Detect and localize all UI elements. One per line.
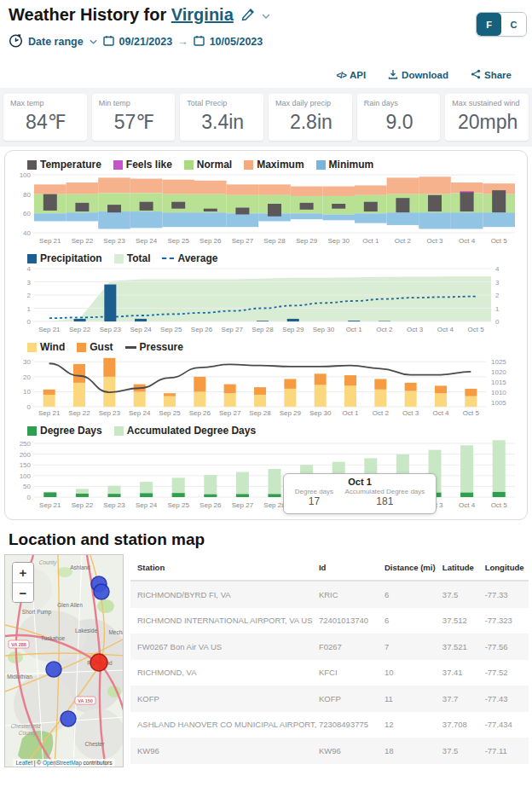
- station-map[interactable]: VA 288 VA 150CountyAshlandGlen AllenShor…: [4, 554, 124, 767]
- legend-item[interactable]: Minimum: [316, 159, 374, 171]
- table-cell: RICHMOND, VA: [137, 668, 319, 677]
- legend-item[interactable]: Total: [114, 252, 151, 264]
- svg-text:0: 0: [27, 494, 32, 501]
- location-section-title: Location and station map: [0, 524, 532, 554]
- svg-text:20: 20: [23, 373, 31, 381]
- table-cell: -77.323: [485, 616, 523, 625]
- table-cell: 12: [385, 720, 442, 729]
- leaflet-link[interactable]: Leaflet: [15, 760, 32, 766]
- legend-item[interactable]: Normal: [184, 159, 232, 171]
- table-row[interactable]: KOFPKOFP1137.7-77.43: [130, 686, 529, 712]
- chart-tooltip: Oct 1 Degree days 17 Accumulated Degree …: [283, 473, 437, 514]
- svg-text:Oct 1: Oct 1: [362, 237, 379, 245]
- start-date-value[interactable]: 09/21/2023: [119, 36, 173, 48]
- table-row[interactable]: ASHLAND HANOVER CO MUNICIPAL AIRPORT, VA…: [130, 712, 529, 738]
- fahrenheit-toggle-button[interactable]: F: [477, 13, 501, 36]
- location-chevron-down-icon[interactable]: [261, 8, 271, 23]
- svg-text:Sep 22: Sep 22: [72, 237, 94, 245]
- celsius-toggle-button[interactable]: C: [501, 13, 526, 36]
- map-place-label: Glen Allen: [57, 602, 83, 608]
- openstreetmap-link[interactable]: OpenStreetMap: [43, 760, 82, 766]
- table-cell: 37.512: [442, 616, 485, 625]
- stat-value: 2.8in: [275, 111, 347, 134]
- station-marker[interactable]: [61, 711, 76, 726]
- svg-text:VA 288: VA 288: [11, 642, 26, 647]
- precipitation-plot[interactable]: 0011223344 Sep 21Sep 22Sep 23Sep 24Sep 2…: [12, 265, 520, 335]
- legend-item[interactable]: Wind: [27, 341, 65, 353]
- svg-text:0: 0: [495, 318, 500, 326]
- svg-text:Sep 21: Sep 21: [38, 326, 61, 333]
- legend-swatch-icon: [184, 160, 194, 170]
- location-link[interactable]: Virginia: [171, 5, 234, 24]
- table-cell: FW0267 Bon Air VA US: [137, 642, 319, 651]
- date-range-label[interactable]: Date range: [28, 36, 84, 48]
- station-marker[interactable]: [90, 654, 107, 671]
- column-header[interactable]: Longitude: [485, 563, 524, 572]
- table-row[interactable]: RICHMOND, VAKFCI1037.41-77.52: [130, 660, 529, 686]
- svg-text:Oct 5: Oct 5: [491, 501, 508, 509]
- wind-plot[interactable]: 010203010051010101510201025 Sep 21Sep 22…: [12, 354, 520, 419]
- api-button[interactable]: </> API: [336, 69, 366, 81]
- legend-item[interactable]: Feels like: [113, 159, 172, 171]
- legend-item[interactable]: Temperature: [27, 159, 101, 171]
- share-button[interactable]: Share: [471, 69, 512, 81]
- map-place-label: Chester: [85, 741, 106, 747]
- map-zoom-in-button[interactable]: +: [13, 563, 33, 582]
- table-cell: KRIC: [319, 590, 385, 599]
- svg-text:100: 100: [20, 171, 32, 179]
- column-header[interactable]: Station: [137, 563, 319, 572]
- legend-item[interactable]: Maximum: [244, 159, 304, 171]
- map-zoom-out-button[interactable]: −: [13, 582, 33, 602]
- date-range-chevron-icon[interactable]: [89, 36, 98, 48]
- tooltip-title: Oct 1: [289, 477, 431, 487]
- svg-text:30: 30: [23, 358, 31, 366]
- table-row[interactable]: RICHMOND/BYRD FI, VAKRIC637.5-77.33: [130, 582, 529, 608]
- stat-label: Max sustained wind: [452, 99, 523, 107]
- temperature-plot[interactable]: 406080100Sep 21Sep 22Sep 23Sep 24Sep 25S…: [12, 171, 520, 246]
- legend-item[interactable]: Pressure: [125, 341, 183, 353]
- svg-text:Sep 23: Sep 23: [103, 501, 125, 509]
- precipitation-chart[interactable]: PrecipitationTotalAverage 0011223344 Sep…: [12, 250, 520, 339]
- legend-item[interactable]: Degree Days: [27, 425, 102, 437]
- svg-text:Sep 21: Sep 21: [38, 409, 61, 417]
- legend-item[interactable]: Precipitation: [27, 252, 102, 264]
- legend-swatch-icon: [244, 160, 253, 170]
- svg-text:Sep 25: Sep 25: [168, 501, 190, 509]
- edit-location-icon[interactable]: [240, 6, 256, 25]
- download-button[interactable]: Download: [388, 69, 448, 81]
- legend-item[interactable]: Gust: [77, 341, 113, 353]
- column-header[interactable]: Distance (mi): [385, 563, 442, 572]
- station-marker[interactable]: [94, 584, 109, 599]
- table-row[interactable]: FW0267 Bon Air VA USF0267737.521-77.56: [130, 634, 529, 660]
- table-cell: 6: [385, 590, 442, 599]
- legend-item[interactable]: Accumulated Degree Days: [114, 425, 256, 437]
- svg-text:Sep 23: Sep 23: [99, 409, 121, 417]
- legend-item[interactable]: Average: [162, 252, 217, 264]
- station-marker[interactable]: [46, 662, 61, 677]
- degree-days-chart[interactable]: Degree DaysAccumulated Degree Days050100…: [12, 422, 520, 516]
- map-attribution: Leaflet | © OpenStreetMap contributors: [13, 759, 114, 767]
- legend-swatch-icon: [162, 258, 174, 259]
- degree-days-plot[interactable]: 050100150200250Sep 21Sep 22Sep 23Sep 24S…: [12, 437, 520, 512]
- table-row[interactable]: KW96KW961837.5-77.11: [130, 738, 529, 764]
- legend-swatch-icon: [77, 343, 86, 352]
- wind-chart[interactable]: WindGustPressure010203010051010101510201…: [12, 339, 520, 422]
- chart-legend: PrecipitationTotalAverage: [12, 250, 520, 265]
- svg-text:Oct 2: Oct 2: [376, 326, 393, 333]
- svg-text:1: 1: [27, 305, 32, 313]
- temperature-chart[interactable]: TemperatureFeels likeNormalMaximumMinimu…: [12, 156, 520, 250]
- action-bar: </> API Download Share: [9, 69, 523, 81]
- svg-text:Oct 3: Oct 3: [407, 326, 424, 333]
- column-header[interactable]: Latitude: [442, 563, 485, 572]
- svg-text:Sep 24: Sep 24: [136, 237, 158, 245]
- svg-text:Sep 22: Sep 22: [68, 409, 90, 417]
- table-cell: RICHMOND/BYRD FI, VA: [137, 590, 319, 599]
- station-table-header: StationIdDistance (mi)LatitudeLongitude: [130, 554, 529, 582]
- table-row[interactable]: RICHMOND INTERNATIONAL AIRPORT, VA US724…: [130, 608, 529, 634]
- svg-text:Oct 3: Oct 3: [402, 409, 419, 417]
- end-date-value[interactable]: 10/05/2023: [210, 36, 263, 48]
- map-place-label: Lakeside: [75, 628, 97, 634]
- column-header[interactable]: Id: [319, 563, 385, 572]
- svg-text:Sep 27: Sep 27: [232, 237, 254, 245]
- table-cell: KFCI: [319, 668, 385, 677]
